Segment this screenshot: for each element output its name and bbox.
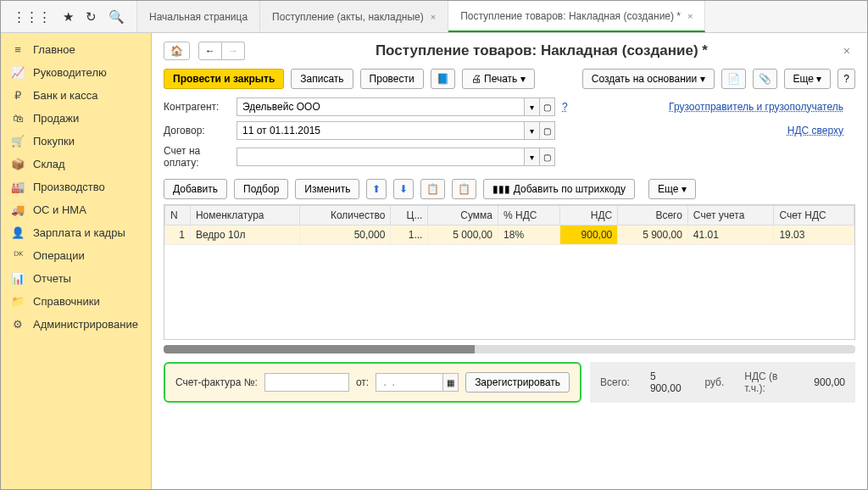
col-account[interactable]: Счет учета	[687, 206, 774, 226]
sidebar-item-warehouse[interactable]: 📦Склад	[1, 153, 151, 175]
home-button[interactable]: 🏠	[164, 42, 190, 60]
box-icon: 📦	[11, 158, 25, 170]
register-invoice-button[interactable]: Зарегистрировать	[465, 372, 570, 393]
tab-receipts[interactable]: Поступление (акты, накладные)×	[260, 1, 448, 32]
pick-button[interactable]: Подбор	[234, 179, 288, 199]
forward-button[interactable]: →	[222, 42, 245, 60]
horizontal-scrollbar[interactable]	[164, 345, 855, 354]
main-toolbar: Провести и закрыть Записать Провести 📘 🖨…	[152, 65, 867, 97]
currency-label: руб.	[704, 376, 724, 388]
invoice-for-label: Счет на оплату:	[164, 145, 236, 169]
col-price[interactable]: Ц...	[391, 206, 428, 226]
create-based-button[interactable]: Создать на основании ▾	[582, 69, 715, 89]
move-down-button[interactable]: ⬇	[393, 179, 414, 199]
col-nomenclature[interactable]: Номенклатура	[190, 206, 299, 226]
col-vat[interactable]: НДС	[559, 206, 618, 226]
invoice-number-label: Счет-фактура №:	[175, 376, 258, 388]
close-page-button[interactable]: ×	[838, 44, 855, 58]
col-qty[interactable]: Количество	[300, 206, 391, 226]
col-vat-pct[interactable]: % НДС	[498, 206, 560, 226]
folder-icon: 📁	[11, 295, 25, 308]
invoice-date-input[interactable]	[376, 373, 443, 392]
table-more-button[interactable]: Еще ▾	[648, 179, 696, 199]
edit-row-button[interactable]: Изменить	[295, 179, 359, 199]
tab-bar: ⋮⋮⋮ ★ ↻ 🔍 Начальная страница Поступление…	[1, 1, 867, 33]
copy-button[interactable]: 📋	[420, 179, 445, 199]
contractor-input[interactable]	[236, 97, 525, 116]
sidebar-item-admin[interactable]: ⚙Администрирование	[1, 313, 151, 336]
col-sum[interactable]: Сумма	[428, 206, 498, 226]
menu-icon: ≡	[11, 43, 25, 56]
print-button[interactable]: 🖨 Печать ▾	[462, 69, 535, 89]
sidebar-item-operations[interactable]: ᴰᴷОперации	[1, 244, 151, 267]
doc-button[interactable]: 📄	[721, 69, 746, 89]
col-vat-account[interactable]: Счет НДС	[774, 206, 854, 226]
totals-bar: Всего: 5 900,00 руб. НДС (в т.ч.): 900,0…	[590, 362, 855, 403]
dropdown-icon[interactable]: ▾	[525, 148, 540, 166]
sidebar-item-assets[interactable]: 🚚ОС и НМА	[1, 198, 151, 221]
contractor-label: Контрагент:	[164, 101, 236, 113]
attach-button[interactable]: 📎	[753, 69, 777, 89]
sidebar: ≡Главное 📈Руководителю ₽Банк и касса 🛍Пр…	[1, 33, 152, 490]
bag-icon: 🛍	[11, 112, 25, 125]
vat-cell-highlighted[interactable]: 900,00	[559, 226, 618, 245]
post-and-close-button[interactable]: Провести и закрыть	[164, 69, 284, 89]
sidebar-item-production[interactable]: 🏭Производство	[1, 175, 151, 198]
history-icon[interactable]: ↻	[86, 9, 97, 25]
sidebar-item-catalogs[interactable]: 📁Справочники	[1, 290, 151, 313]
sidebar-item-purchases[interactable]: 🛒Покупки	[1, 130, 151, 153]
open-icon[interactable]: ▢	[540, 121, 555, 140]
more-button[interactable]: Еще ▾	[784, 69, 832, 89]
sidebar-item-salary[interactable]: 👤Зарплата и кадры	[1, 221, 151, 244]
close-icon[interactable]: ×	[687, 11, 693, 21]
sidebar-item-main[interactable]: ≡Главное	[1, 38, 151, 61]
apps-icon[interactable]: ⋮⋮⋮	[13, 9, 51, 25]
chart-icon: 📈	[11, 66, 25, 79]
system-icons: ⋮⋮⋮ ★ ↻ 🔍	[1, 1, 137, 32]
contract-input[interactable]	[236, 121, 525, 140]
report-icon: 📊	[11, 272, 25, 285]
vat-total-label: НДС (в т.ч.):	[744, 370, 793, 394]
vat-total-value: 900,00	[814, 376, 845, 388]
post-button[interactable]: Провести	[360, 69, 424, 89]
tab-invoice-create[interactable]: Поступление товаров: Накладная (создание…	[448, 1, 705, 32]
factory-icon: 🏭	[11, 181, 25, 193]
sidebar-item-sales[interactable]: 🛍Продажи	[1, 107, 151, 130]
vat-top-link[interactable]: НДС сверху	[787, 125, 843, 136]
items-table[interactable]: N Номенклатура Количество Ц... Сумма % Н…	[164, 204, 855, 340]
star-icon[interactable]: ★	[63, 9, 74, 25]
dropdown-icon[interactable]: ▾	[525, 97, 540, 116]
invoice-number-input[interactable]	[264, 373, 349, 392]
ops-icon: ᴰᴷ	[11, 249, 25, 262]
truck-icon: 🚚	[11, 203, 25, 216]
search-icon[interactable]: 🔍	[108, 9, 125, 25]
help-button[interactable]: ?	[837, 69, 855, 89]
invoice-from-label: от:	[356, 376, 369, 388]
debit-credit-button[interactable]: 📘	[431, 69, 455, 89]
add-row-button[interactable]: Добавить	[164, 179, 227, 199]
open-icon[interactable]: ▢	[540, 97, 555, 116]
close-icon[interactable]: ×	[431, 12, 436, 22]
tab-home[interactable]: Начальная страница	[137, 1, 260, 32]
main-content: 🏠 ← → Поступление товаров: Накладная (со…	[152, 33, 867, 490]
invoice-for-input[interactable]	[236, 148, 525, 166]
table-row[interactable]: 1 Ведро 10л 50,000 1... 5 000,00 18% 900…	[165, 226, 854, 245]
add-by-barcode-button[interactable]: ▮▮▮ Добавить по штрихкоду	[483, 179, 635, 199]
write-button[interactable]: Записать	[291, 69, 353, 89]
col-n[interactable]: N	[165, 206, 191, 226]
cart-icon: 🛒	[11, 135, 25, 148]
total-value: 5 900,00	[650, 370, 685, 394]
open-icon[interactable]: ▢	[540, 148, 555, 166]
shipper-link[interactable]: Грузоотправитель и грузополучатель	[669, 101, 843, 113]
sidebar-item-reports[interactable]: 📊Отчеты	[1, 267, 151, 290]
col-total[interactable]: Всего	[618, 206, 688, 226]
calendar-icon[interactable]: ▦	[443, 373, 459, 392]
page-title: Поступление товаров: Накладная (создание…	[253, 42, 830, 59]
move-up-button[interactable]: ⬆	[366, 179, 387, 199]
sidebar-item-manager[interactable]: 📈Руководителю	[1, 61, 151, 84]
contractor-help-link[interactable]: ?	[562, 101, 568, 113]
dropdown-icon[interactable]: ▾	[525, 121, 540, 140]
paste-button[interactable]: 📋	[452, 179, 476, 199]
back-button[interactable]: ←	[198, 42, 222, 60]
sidebar-item-bank[interactable]: ₽Банк и касса	[1, 84, 151, 107]
